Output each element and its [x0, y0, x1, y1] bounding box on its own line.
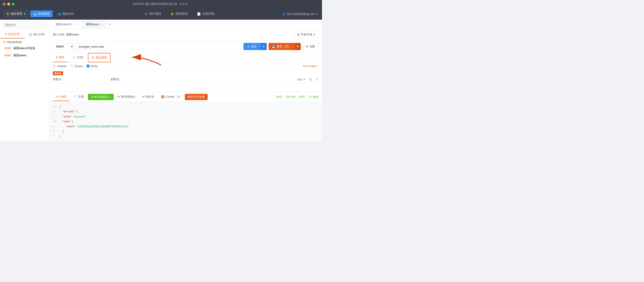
h-icon: H — [118, 95, 120, 98]
env-dropdown-icon: ▼ — [313, 33, 316, 36]
team-button[interactable]: 👥 团队协作 — [54, 10, 77, 17]
resp-time: 27 毫秒 — [308, 95, 318, 99]
tab-bar: 获取token并... ✕ 获取token ✕ + — [49, 20, 322, 29]
send-btn-group: ✈ 发送 ▼ — [244, 43, 267, 50]
cookie-count-badge: 0 — [176, 95, 181, 98]
req-tabs-wrapper: ¶ 请求 📄 文档 ⚙ 测试用例 — [49, 53, 322, 63]
code-line-3: 3 "errstr": "success", — [49, 114, 322, 119]
req-tabs: ¶ 请求 📄 文档 ⚙ 测试用例 — [49, 53, 322, 63]
tab-1[interactable]: 获取token ✕ — [82, 20, 106, 28]
save-btn-group: 💾 保存（至） ▼ — [268, 43, 301, 50]
flow-icon: ⚡ — [170, 12, 174, 16]
method-select[interactable]: POST GET PUT DELETE — [53, 43, 74, 50]
save-icon: 💾 — [272, 45, 275, 48]
resp-status: 响应： 200 OK 时间： 27 毫秒 — [276, 95, 318, 99]
close-button[interactable] — [3, 3, 6, 5]
req-tab-test-case[interactable]: ⚙ 测试用例 — [88, 53, 110, 62]
code-line-6: 6 } — [49, 129, 322, 134]
sidebar-item-0[interactable]: POST 获取token并发送 — [0, 45, 49, 52]
save-dropdown-button[interactable]: ▼ — [294, 43, 301, 50]
sync-button[interactable]: ☁ 同步数据 — [30, 10, 52, 17]
test-icon: ⚙ — [92, 56, 94, 59]
sort-icon[interactable]: ⇅ — [316, 78, 318, 81]
tab-close-0[interactable]: ✕ — [76, 23, 78, 26]
body-badge: Body — [53, 71, 63, 75]
menu-icon: ☰ — [6, 12, 9, 16]
tab-0[interactable]: 获取token并... ✕ — [52, 20, 81, 28]
send-icon: ✈ — [247, 45, 250, 48]
folder-icon: 📁 — [3, 40, 6, 44]
form-data-button[interactable]: form-data ▼ — [303, 64, 318, 68]
send-button[interactable]: ✈ 发送 — [244, 43, 260, 50]
response-tabs: </> 响应 📄 文档 从响应数据导入 H 请求原始头 H 响应头 — [49, 92, 322, 102]
project-mgr-button[interactable]: ☰ 项目管理 ▼ — [4, 10, 29, 17]
content-area: 获取token并... ✕ 获取token ✕ + 接口名称 获取token ⚙… — [49, 20, 322, 141]
sidebar-item-1[interactable]: POST 获取token — [0, 52, 49, 59]
titlebar: ApiPOST 接口调试与文档生成工具（2.2.1） — [0, 0, 322, 8]
method-badge-1: POST — [4, 54, 12, 57]
code-line-2: 2 "errcode": 0, — [49, 109, 322, 114]
body-checkbox[interactable] — [86, 64, 90, 68]
api-name-label: 接口名称 — [53, 33, 66, 37]
window-controls[interactable] — [3, 3, 14, 5]
resp-tab-cookie[interactable]: 🍪 Cookie 0 — [158, 93, 184, 101]
url-input[interactable] — [76, 43, 242, 50]
send-dropdown-button[interactable]: ▼ — [260, 43, 267, 50]
team-icon: 👥 — [58, 12, 61, 16]
resp-tab-req-head[interactable]: H 请求原始头 — [115, 93, 138, 101]
nav-docs[interactable]: 📄 文档浏览 — [197, 11, 214, 17]
main-layout: ↺ 历史记录 📋 接口列表 📁 03/24/2019 POST 获取token并… — [0, 20, 322, 141]
code-line-7: 7 } — [49, 134, 322, 139]
plane-icon: ✈ — [145, 12, 148, 16]
tab-add-button[interactable]: + — [107, 21, 113, 27]
col-type: Text ▼ — [297, 78, 306, 81]
resp-tab-docs[interactable]: 📄 文档 — [71, 93, 86, 101]
user-icon: 👤 — [282, 12, 286, 16]
api-name-value: 获取token — [66, 33, 294, 37]
user-menu[interactable]: 👤 3257132998@qq.com ▼ — [282, 12, 318, 16]
params-section: Header Query Body form-data ▼ Body — [49, 63, 322, 92]
doc-icon: 📄 — [72, 56, 76, 59]
code-block: 1 ▾ { 2 "errcode": 0, 3 "errstr": "succe… — [49, 102, 322, 141]
col-param-value: 参数值 — [110, 77, 295, 81]
sidebar-tab-history[interactable]: ↺ 历史记录 — [0, 30, 24, 38]
header-checkbox[interactable] — [53, 64, 56, 68]
sidebar-tab-api-list[interactable]: 📋 接口列表 — [24, 30, 49, 38]
bind-env-button[interactable]: 绑定环境变量 — [185, 94, 208, 100]
resp-tab-response[interactable]: </> 响应 — [53, 93, 69, 101]
col-param-name: 参数名 — [53, 77, 109, 81]
code-icon: </> — [56, 95, 60, 98]
url-row: POST GET PUT DELETE ✈ 发送 ▼ 💾 保存（至） ▼ — [49, 40, 322, 53]
user-dropdown-icon: ▼ — [316, 13, 318, 15]
resp-tab-resp-head[interactable]: H 响应头 — [140, 93, 157, 101]
req-icon: ¶ — [56, 56, 58, 59]
nav-flow[interactable]: ⚡ 流程测试 — [170, 11, 188, 17]
search-input[interactable] — [3, 22, 46, 28]
type-dropdown-icon: ▼ — [303, 78, 306, 81]
env-button[interactable]: ⚙ 开发环境 ▼ — [294, 31, 318, 38]
params-cols: 参数名 参数值 Text ▼ 🗑 ⇅ — [49, 76, 322, 83]
maximize-button[interactable] — [12, 3, 14, 5]
doc-icon: 📄 — [197, 12, 201, 16]
nav-demo[interactable]: ✈ 演示项目 — [145, 11, 161, 17]
import-from-response-button[interactable]: 从响应数据导入 — [88, 94, 114, 100]
resp-status-code: 200 OK — [286, 95, 296, 99]
api-name-row: 接口名称 获取token ⚙ 开发环境 ▼ — [49, 29, 322, 40]
clone-icon: ⧉ — [306, 45, 308, 48]
clone-button[interactable]: ⧉ 克隆 — [302, 43, 318, 50]
trash-icon[interactable]: 🗑 — [309, 78, 312, 81]
h-icon: H — [142, 95, 144, 98]
minimize-button[interactable] — [7, 3, 10, 5]
tab-close-1[interactable]: ✕ — [100, 23, 102, 26]
save-button[interactable]: 💾 保存（至） — [268, 43, 294, 50]
window-title: ApiPOST 接口调试与文档生成工具（2.2.1） — [132, 2, 190, 6]
req-tab-docs[interactable]: 📄 文档 — [69, 53, 86, 62]
req-tab-request[interactable]: ¶ 请求 — [53, 53, 68, 62]
doc-icon: 📄 — [74, 95, 77, 98]
query-checkbox[interactable] — [70, 64, 74, 68]
cloud-icon: ☁ — [34, 12, 36, 16]
dropdown-icon: ▼ — [24, 13, 26, 15]
code-line-1: 1 ▾ { — [49, 104, 322, 109]
topnav: ☰ 项目管理 ▼ ☁ 同步数据 👥 团队协作 ✈ 演示项目 ⚡ 流程测试 📄 文… — [0, 8, 322, 20]
sidebar: ↺ 历史记录 📋 接口列表 📁 03/24/2019 POST 获取token并… — [0, 20, 49, 141]
